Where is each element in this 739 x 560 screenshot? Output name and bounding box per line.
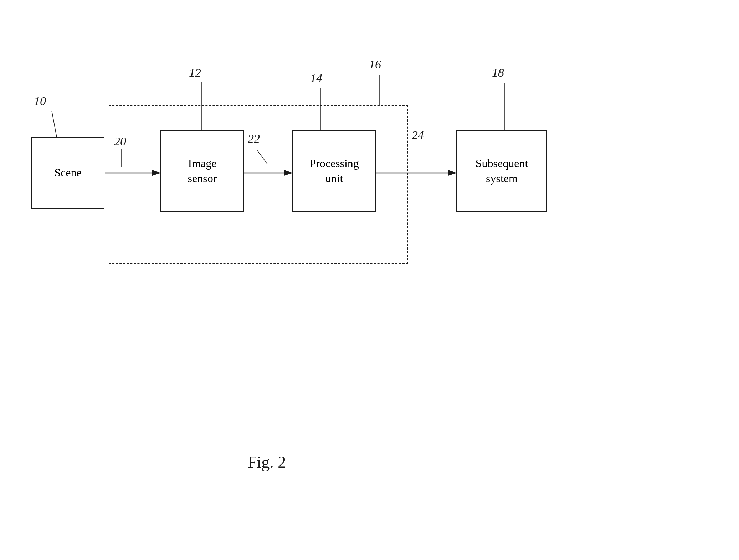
ref-10: 10 <box>34 94 46 108</box>
ref-18: 18 <box>492 66 504 79</box>
svg-line-5 <box>52 111 57 139</box>
processing-unit-label: Processing unit <box>309 156 359 186</box>
image-sensor-label: Image sensor <box>188 156 217 186</box>
image-sensor-block: Image sensor <box>160 130 244 212</box>
scene-label: Scene <box>54 165 81 180</box>
diagram-container: Scene Image sensor Processing unit Subse… <box>0 0 739 560</box>
ref-12: 12 <box>189 66 201 79</box>
subsequent-system-block: Subsequent system <box>456 130 547 212</box>
subsequent-system-label: Subsequent system <box>476 156 528 186</box>
ref-14: 14 <box>310 71 322 85</box>
ref-16: 16 <box>369 58 381 71</box>
processing-unit-block: Processing unit <box>292 130 376 212</box>
ref-20: 20 <box>114 135 126 148</box>
fig-label: Fig. 2 <box>248 453 286 472</box>
ref-22: 22 <box>248 132 260 145</box>
diagram-arrows <box>0 0 739 560</box>
scene-block: Scene <box>31 137 104 209</box>
ref-24: 24 <box>412 128 424 142</box>
